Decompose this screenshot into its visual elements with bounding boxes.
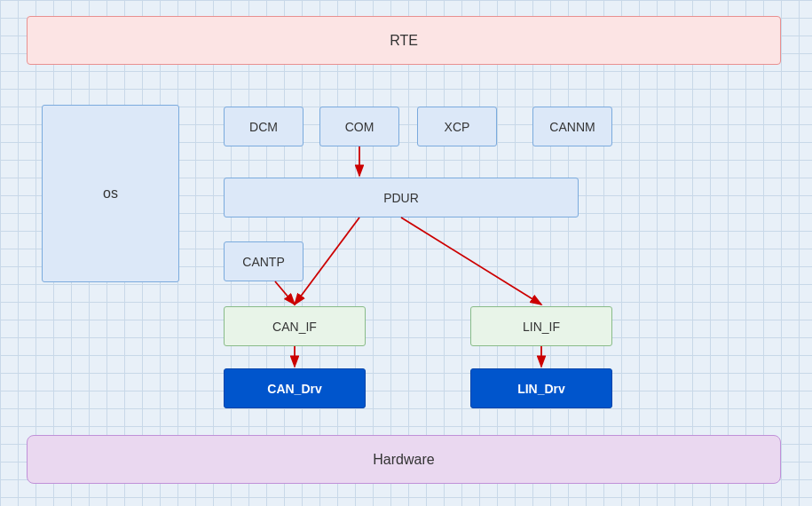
com-box: COM: [319, 107, 399, 146]
can-if-label: CAN_IF: [272, 320, 317, 334]
can-if-box: CAN_IF: [224, 306, 366, 346]
diagram-container: RTE os DCM COM XCP CANNM PDUR CANTP CAN_…: [0, 0, 812, 506]
arrow-cantp-canif: [275, 281, 295, 304]
rte-label: RTE: [390, 33, 418, 49]
dcm-label: DCM: [249, 120, 278, 134]
cantp-box: CANTP: [224, 241, 304, 281]
os-box: os: [42, 105, 179, 282]
pdur-label: PDUR: [383, 191, 419, 205]
arrow-pdur-linif: [401, 217, 541, 304]
rte-box: RTE: [27, 16, 781, 65]
os-label: os: [103, 186, 118, 202]
com-label: COM: [345, 120, 374, 134]
can-drv-label: CAN_Drv: [267, 382, 321, 396]
arrow-pdur-canif: [295, 217, 359, 304]
hardware-box: Hardware: [27, 435, 781, 484]
pdur-box: PDUR: [224, 178, 579, 217]
cannm-label: CANNM: [549, 120, 595, 134]
xcp-label: XCP: [445, 120, 470, 134]
can-drv-box: CAN_Drv: [224, 368, 366, 408]
xcp-box: XCP: [417, 107, 497, 146]
lin-if-label: LIN_IF: [523, 320, 560, 334]
cannm-box: CANNM: [532, 107, 612, 146]
hardware-label: Hardware: [373, 452, 434, 468]
lin-drv-label: LIN_Drv: [517, 382, 565, 396]
lin-if-box: LIN_IF: [470, 306, 612, 346]
dcm-box: DCM: [224, 107, 304, 146]
lin-drv-box: LIN_Drv: [470, 368, 612, 408]
cantp-label: CANTP: [242, 255, 284, 269]
